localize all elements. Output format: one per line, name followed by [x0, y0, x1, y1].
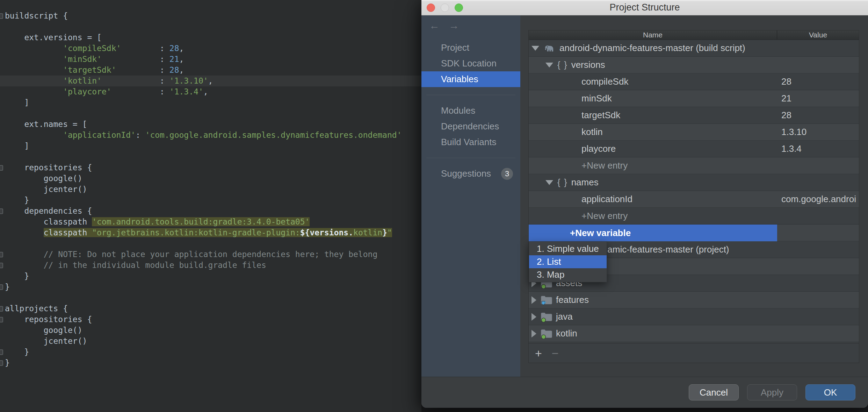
- code-token: :: [102, 55, 169, 64]
- close-button[interactable]: [427, 3, 435, 12]
- fold-marker-icon[interactable]: [0, 252, 3, 257]
- row-name: names: [571, 177, 599, 188]
- fold-marker-icon[interactable]: [0, 13, 3, 19]
- table-row[interactable]: playcore1.3.4: [529, 141, 859, 157]
- code-token: classpath: [5, 217, 92, 226]
- folder-green-dot-icon: [541, 312, 552, 322]
- row-name: minSdk: [581, 93, 612, 104]
- code-token: ,: [203, 87, 208, 96]
- table-row[interactable]: compileSdk28: [529, 73, 859, 90]
- code-token: allprojects {: [5, 304, 68, 313]
- code-editor[interactable]: buildscript { ext.versions = [ 'compileS…: [0, 0, 421, 412]
- expand-arrow-icon[interactable]: [531, 330, 536, 338]
- table-row[interactable]: android-dynamic-features-master (build s…: [529, 40, 859, 57]
- table-toolbar: + −: [529, 343, 859, 363]
- fold-marker-icon[interactable]: [0, 165, 3, 171]
- code-line: }: [0, 271, 421, 282]
- table-row[interactable]: { }versions: [529, 57, 859, 73]
- table-row[interactable]: minSdk21: [529, 90, 859, 107]
- code-token: :: [102, 76, 169, 85]
- forward-icon[interactable]: →: [449, 20, 459, 31]
- code-line: [0, 21, 421, 32]
- code-line: 'targetSdk' : 28,: [0, 65, 421, 76]
- row-value[interactable]: 28: [781, 76, 858, 87]
- popup-item-list[interactable]: 2. List: [529, 255, 607, 268]
- dialog-title-bar[interactable]: Project Structure: [421, 0, 868, 15]
- code-token: // in the individual module build.gradle…: [5, 261, 266, 270]
- code-line: repositories {: [0, 162, 421, 173]
- apply-button[interactable]: Apply: [747, 384, 797, 400]
- collapse-arrow-icon[interactable]: [531, 46, 539, 51]
- code-token: }: [5, 282, 10, 291]
- code-token: }: [5, 358, 10, 367]
- row-value[interactable]: 1.3.4: [781, 143, 858, 154]
- code-token: google(): [5, 326, 82, 335]
- sidebar-item-suggestions[interactable]: Suggestions3: [421, 166, 520, 182]
- fold-marker-icon[interactable]: [0, 263, 3, 268]
- table-row[interactable]: { }names: [529, 174, 859, 191]
- code-line: ext.names = [: [0, 119, 421, 130]
- braces-icon: { }: [557, 60, 568, 70]
- row-value[interactable]: com.google.androi: [781, 194, 858, 205]
- sidebar-item-build-variants[interactable]: Build Variants: [421, 134, 520, 150]
- table-row[interactable]: features: [529, 292, 859, 308]
- zoom-button[interactable]: [455, 3, 463, 12]
- expand-arrow-icon[interactable]: [531, 296, 536, 304]
- column-header-name[interactable]: Name: [529, 30, 777, 40]
- add-variable-button[interactable]: +: [535, 347, 542, 359]
- code-token: ${versions.: [300, 228, 353, 237]
- code-token: '1.3.10': [169, 76, 208, 85]
- popup-item-map[interactable]: 3. Map: [529, 268, 607, 281]
- popup-item-simple-value[interactable]: 1. Simple value: [529, 242, 607, 255]
- code-line: 'applicationId': 'com.google.android.sam…: [0, 130, 421, 141]
- table-row[interactable]: +New variable: [529, 225, 859, 241]
- row-name: playcore: [581, 143, 616, 154]
- row-value[interactable]: 21: [781, 93, 858, 104]
- fold-marker-icon[interactable]: [0, 284, 3, 290]
- minimize-button[interactable]: [441, 3, 449, 12]
- remove-variable-button[interactable]: −: [552, 347, 559, 359]
- fold-marker-icon[interactable]: [0, 360, 3, 366]
- sidebar-item-project[interactable]: Project: [421, 40, 520, 56]
- cancel-button[interactable]: Cancel: [689, 384, 739, 400]
- row-value[interactable]: 1.3.10: [781, 127, 858, 137]
- code-token: ,: [179, 55, 184, 64]
- code-token: 28: [169, 44, 179, 53]
- sidebar-item-variables[interactable]: Variables: [421, 71, 520, 87]
- code-token: 'com.android.tools.build:gradle:3.4.0-be…: [92, 217, 310, 226]
- row-value[interactable]: 28: [781, 110, 858, 121]
- expand-arrow-icon[interactable]: [531, 313, 536, 321]
- table-row[interactable]: java: [529, 308, 859, 325]
- code-token: buildscript {: [5, 11, 68, 20]
- collapse-arrow-icon[interactable]: [545, 180, 553, 185]
- code-token: :: [116, 65, 169, 74]
- column-header-value[interactable]: Value: [777, 30, 859, 40]
- table-row[interactable]: +New entry: [529, 208, 859, 225]
- fold-marker-icon[interactable]: [0, 306, 3, 312]
- sidebar-item-modules[interactable]: Modules: [421, 103, 520, 119]
- code-line: 'compileSdk' : 28,: [0, 43, 421, 54]
- folder-green-dot-icon: [541, 328, 552, 339]
- table-row[interactable]: targetSdk28: [529, 107, 859, 124]
- code-token: ]: [5, 98, 29, 107]
- fold-marker-icon[interactable]: [0, 349, 3, 355]
- code-token: 28: [169, 65, 179, 74]
- row-name: features: [556, 294, 589, 305]
- code-line: ]: [0, 141, 421, 151]
- code-token: dependencies {: [5, 206, 92, 215]
- sidebar-item-dependencies[interactable]: Dependencies: [421, 119, 520, 134]
- table-row[interactable]: kotlin: [529, 325, 859, 342]
- fold-marker-icon[interactable]: [0, 317, 3, 322]
- row-name: applicationId: [581, 194, 632, 205]
- sidebar-item-sdk-location[interactable]: SDK Location: [421, 56, 520, 71]
- fold-marker-icon[interactable]: [0, 208, 3, 214]
- code-token: }: [382, 228, 387, 237]
- back-icon[interactable]: ←: [429, 20, 440, 31]
- ok-button[interactable]: OK: [805, 384, 855, 400]
- code-line: dependencies {: [0, 206, 421, 216]
- code-token: google(): [5, 174, 82, 183]
- table-row[interactable]: applicationIdcom.google.androi: [529, 191, 859, 208]
- table-row[interactable]: +New entry: [529, 157, 859, 174]
- collapse-arrow-icon[interactable]: [545, 63, 553, 68]
- table-row[interactable]: kotlin1.3.10: [529, 124, 859, 141]
